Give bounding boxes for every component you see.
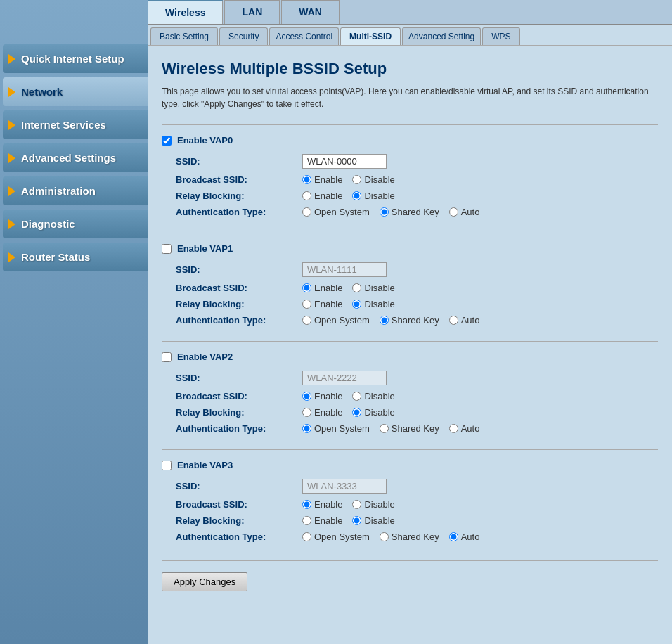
arrow-icon [8, 120, 15, 130]
subtab-advanced-setting[interactable]: Advanced Setting [402, 27, 481, 45]
vap1-auth-auto-radio[interactable] [449, 316, 458, 325]
vap1-relay-enable-radio[interactable] [302, 300, 311, 309]
vap0-relay-enable-option[interactable]: Enable [302, 191, 342, 201]
sidebar-item-internet-services[interactable]: Internet Services [3, 110, 148, 139]
sidebar-item-advanced-settings[interactable]: Advanced Settings [3, 143, 148, 172]
vap0-ssid-input[interactable] [302, 154, 387, 169]
apply-changes-button[interactable]: Apply Changes [162, 572, 247, 591]
vap1-relay-enable-option[interactable]: Enable [302, 299, 342, 309]
subtab-wps[interactable]: WPS [482, 27, 519, 45]
vap1-broadcast-enable-radio[interactable] [302, 283, 311, 292]
vap1-auth-shared-radio[interactable] [380, 316, 389, 325]
vap3-relay-label: Relay Blocking: [176, 515, 302, 526]
vap1-enable-checkbox[interactable] [162, 244, 172, 254]
vap1-auth-row: Authentication Type: Open System Shared … [162, 315, 658, 326]
vap3-broadcast-disable-radio[interactable] [352, 500, 361, 509]
vap3-auth-open-option[interactable]: Open System [302, 532, 370, 542]
vap3-auth-auto-radio[interactable] [449, 532, 458, 541]
vap0-auth-options: Open System Shared Key Auto [302, 207, 479, 217]
vap3-broadcast-enable-option[interactable]: Enable [302, 499, 342, 510]
vap0-enable-checkbox[interactable] [162, 136, 172, 146]
vap2-auth-open-radio[interactable] [302, 424, 311, 433]
vap2-auth-shared-radio[interactable] [380, 424, 389, 433]
vap1-relay-disable-option[interactable]: Disable [352, 299, 394, 309]
vap3-relay-disable-radio[interactable] [352, 516, 361, 525]
vap0-relay-enable-radio[interactable] [302, 191, 311, 200]
vap3-relay-disable-option[interactable]: Disable [352, 515, 394, 526]
vap2-broadcast-options: Enable Disable [302, 391, 395, 401]
vap3-broadcast-enable-radio[interactable] [302, 500, 311, 509]
vap2-relay-enable-radio[interactable] [302, 408, 311, 417]
sidebar-item-network[interactable]: Network [3, 77, 148, 106]
vap3-ssid-input[interactable] [302, 479, 387, 494]
vap0-auth-shared-radio[interactable] [380, 207, 389, 217]
vap3-auth-label: Authentication Type: [176, 532, 302, 542]
tab-wireless[interactable]: Wireless [148, 0, 223, 24]
vap3-enable-label: Enable VAP3 [177, 460, 233, 470]
tab-wan[interactable]: WAN [281, 0, 340, 24]
vap2-broadcast-label: Broadcast SSID: [176, 391, 302, 401]
vap2-auth-open-option[interactable]: Open System [302, 423, 370, 434]
vap1-ssid-input[interactable] [302, 262, 387, 277]
vap2-auth-auto-option[interactable]: Auto [449, 423, 480, 434]
vap0-broadcast-enable-radio[interactable] [302, 175, 311, 184]
vap0-auth-open-radio[interactable] [302, 207, 311, 217]
vap1-auth-options: Open System Shared Key Auto [302, 315, 479, 326]
vap3-relay-enable-radio[interactable] [302, 516, 311, 525]
vap2-ssid-input[interactable] [302, 371, 387, 385]
vap3-ssid-label: SSID: [176, 481, 302, 491]
vap1-relay-disable-radio[interactable] [352, 300, 361, 309]
vap2-relay-disable-radio[interactable] [352, 408, 361, 417]
sidebar-item-administration[interactable]: Administration [3, 176, 148, 205]
vap0-relay-disable-option[interactable]: Disable [352, 191, 394, 201]
subtab-security[interactable]: Security [219, 27, 268, 45]
vap3-auth-row: Authentication Type: Open System Shared … [162, 532, 658, 542]
subtab-basic-setting[interactable]: Basic Setting [150, 27, 218, 45]
subtab-access-control[interactable]: Access Control [269, 27, 339, 45]
vap0-broadcast-disable-option[interactable]: Disable [352, 174, 394, 185]
vap2-broadcast-disable-option[interactable]: Disable [352, 391, 394, 401]
vap1-auth-open-radio[interactable] [302, 316, 311, 325]
vap1-broadcast-options: Enable Disable [302, 283, 395, 293]
vap2-broadcast-row: Broadcast SSID: Enable Disable [162, 391, 658, 401]
tab-lan[interactable]: LAN [224, 0, 280, 24]
vap0-auth-auto-radio[interactable] [449, 207, 458, 217]
vap3-broadcast-disable-option[interactable]: Disable [352, 499, 394, 510]
vap1-broadcast-enable-option[interactable]: Enable [302, 283, 342, 293]
subtab-multi-ssid[interactable]: Multi-SSID [340, 27, 401, 45]
vap2-relay-enable-option[interactable]: Enable [302, 407, 342, 418]
vap0-relay-disable-radio[interactable] [352, 191, 361, 200]
vap2-broadcast-enable-radio[interactable] [302, 392, 311, 401]
vap3-enable-checkbox[interactable] [162, 461, 172, 470]
vap1-auth-auto-option[interactable]: Auto [449, 315, 480, 326]
vap3-auth-shared-option[interactable]: Shared Key [380, 532, 439, 542]
sidebar-item-router-status[interactable]: Router Status [3, 243, 148, 271]
vap1-broadcast-disable-radio[interactable] [352, 283, 361, 292]
vap0-auth-shared-option[interactable]: Shared Key [380, 207, 439, 217]
vap0-ssid-row: SSID: [162, 154, 658, 169]
sidebar-item-quick-internet-setup[interactable]: Quick Internet Setup [3, 44, 148, 73]
vap2-broadcast-disable-radio[interactable] [352, 392, 361, 401]
vap1-auth-open-option[interactable]: Open System [302, 315, 370, 326]
vap3-auth-shared-radio[interactable] [380, 532, 389, 541]
vap3-relay-options: Enable Disable [302, 515, 395, 526]
vap2-broadcast-enable-option[interactable]: Enable [302, 391, 342, 401]
vap2-enable-checkbox[interactable] [162, 352, 172, 362]
vap1-relay-row: Relay Blocking: Enable Disable [162, 299, 658, 309]
vap0-auth-open-option[interactable]: Open System [302, 207, 370, 217]
vap3-auth-auto-option[interactable]: Auto [449, 532, 480, 542]
vap0-broadcast-enable-option[interactable]: Enable [302, 174, 342, 185]
vap2-auth-auto-radio[interactable] [449, 424, 458, 433]
vap3-relay-enable-option[interactable]: Enable [302, 515, 342, 526]
vap2-auth-row: Authentication Type: Open System Shared … [162, 423, 658, 434]
vap0-auth-auto-option[interactable]: Auto [449, 207, 480, 217]
vap3-relay-row: Relay Blocking: Enable Disable [162, 515, 658, 526]
vap2-relay-disable-option[interactable]: Disable [352, 407, 394, 418]
vap2-ssid-label: SSID: [176, 373, 302, 383]
vap3-auth-open-radio[interactable] [302, 532, 311, 541]
vap1-auth-shared-option[interactable]: Shared Key [380, 315, 439, 326]
vap1-broadcast-disable-option[interactable]: Disable [352, 283, 394, 293]
vap2-auth-shared-option[interactable]: Shared Key [380, 423, 439, 434]
vap0-broadcast-disable-radio[interactable] [352, 175, 361, 184]
sidebar-item-diagnostic[interactable]: Diagnostic [3, 210, 148, 238]
